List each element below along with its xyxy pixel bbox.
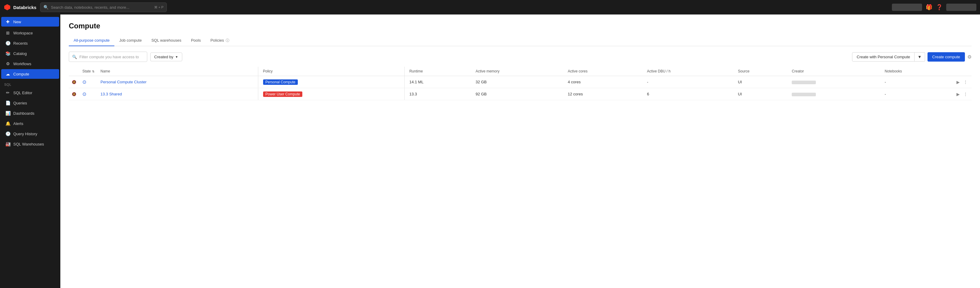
- col-header-policy: Policy: [258, 67, 404, 76]
- create-personal-compute-group: Create with Personal Compute ▼: [852, 52, 925, 62]
- sidebar-item-sql-warehouses[interactable]: 🏭 SQL Warehouses: [1, 139, 59, 149]
- alerts-icon: 🔔: [5, 121, 10, 126]
- policy-cell: Power User Compute: [258, 88, 404, 100]
- running-state-icon: ⊙: [83, 80, 86, 84]
- actions-cell: ▶ ⋮: [953, 88, 972, 100]
- actions-cell: ▶ ⋮: [953, 76, 972, 88]
- cluster-name-link[interactable]: Personal Compute Cluster: [100, 80, 146, 84]
- sidebar-compute-label: Compute: [13, 72, 29, 76]
- user-menu[interactable]: [946, 4, 976, 11]
- filter-label: Created by: [154, 55, 173, 59]
- policy-cell: Personal Compute: [258, 76, 404, 88]
- search-icon: 🔍: [72, 55, 77, 59]
- toolbar: 🔍 Created by ▼ Create with Personal Comp…: [69, 52, 972, 62]
- sidebar-new-button[interactable]: ✚ New: [1, 17, 59, 27]
- name-cell: Personal Compute Cluster: [97, 76, 258, 88]
- queries-icon: 📄: [5, 100, 10, 105]
- page-title: Compute: [69, 22, 972, 30]
- tab-job-compute[interactable]: Job compute: [115, 36, 146, 46]
- policy-badge: Personal Compute: [263, 80, 298, 85]
- sidebar-item-sql-editor[interactable]: ✏ SQL Editor: [1, 88, 59, 97]
- sidebar-item-compute[interactable]: ☁ Compute: [1, 69, 59, 79]
- tab-pools[interactable]: Pools: [186, 36, 206, 46]
- active-memory-cell: 92 GB: [473, 88, 565, 100]
- source-cell: UI: [735, 88, 789, 100]
- sidebar-item-queries[interactable]: 📄 Queries: [1, 98, 59, 108]
- tab-policies[interactable]: Policies ⓘ: [205, 36, 234, 46]
- cluster-name-link[interactable]: 13.3 Shared: [100, 92, 122, 96]
- main-layout: ✚ New ⊞ Workspace 🕐 Recents 📚 Catalog ⚙ …: [0, 14, 980, 288]
- more-actions-icon[interactable]: ⋮: [963, 80, 967, 84]
- active-cores-cell: 4 cores: [565, 76, 644, 88]
- create-personal-compute-button[interactable]: Create with Personal Compute: [852, 52, 915, 62]
- mute-icon[interactable]: 🔕: [72, 92, 76, 96]
- sidebar-item-workflows[interactable]: ⚙ Workflows: [1, 59, 59, 68]
- creator-cell: [789, 88, 881, 100]
- run-icon[interactable]: ▶: [956, 92, 960, 97]
- global-search-bar[interactable]: 🔍 ⌘ + P: [40, 2, 167, 12]
- sidebar-item-alerts[interactable]: 🔔 Alerts: [1, 119, 59, 128]
- dashboards-icon: 📊: [5, 111, 10, 116]
- search-shortcut: ⌘ + P: [154, 5, 164, 10]
- more-actions-icon[interactable]: ⋮: [963, 92, 967, 97]
- recents-icon: 🕐: [5, 41, 10, 46]
- tabs-bar: All-purpose compute Job compute SQL ware…: [69, 36, 972, 46]
- created-by-filter[interactable]: Created by ▼: [150, 53, 182, 61]
- create-personal-compute-dropdown[interactable]: ▼: [915, 52, 925, 62]
- sidebar-item-query-history[interactable]: 🕐 Query History: [1, 129, 59, 138]
- run-icon[interactable]: ▶: [956, 80, 960, 84]
- compute-table: State ⇅ Name Policy Runtime: [69, 67, 972, 100]
- creator-blurred: [792, 81, 816, 84]
- topbar-avatar-placeholder: [892, 4, 922, 11]
- sidebar-sql-warehouses-label: SQL Warehouses: [13, 142, 44, 146]
- compute-search-input[interactable]: [80, 55, 144, 59]
- policies-info-icon[interactable]: ⓘ: [226, 38, 229, 43]
- sidebar-workflows-label: Workflows: [13, 62, 31, 66]
- table-settings-icon[interactable]: ⚙: [967, 54, 972, 60]
- sidebar-dashboards-label: Dashboards: [13, 111, 34, 116]
- sidebar-alerts-label: Alerts: [13, 121, 23, 126]
- sidebar-item-dashboards[interactable]: 📊 Dashboards: [1, 108, 59, 118]
- sidebar-workspace-label: Workspace: [13, 31, 33, 35]
- gift-icon[interactable]: 🎁: [926, 4, 932, 11]
- col-header-actions: [953, 67, 972, 76]
- policy-badge: Power User Compute: [263, 91, 302, 97]
- toolbar-actions: Create with Personal Compute ▼ Create co…: [852, 52, 972, 62]
- table-row: 🔕 ⊙ Personal Compute Cluster Personal Co…: [69, 76, 972, 88]
- source-cell: UI: [735, 76, 789, 88]
- state-cell: ⊙: [80, 76, 97, 88]
- catalog-icon: 📚: [5, 51, 10, 56]
- help-icon[interactable]: ❓: [936, 4, 943, 11]
- sidebar-sql-editor-label: SQL Editor: [13, 91, 32, 95]
- col-header-active-cores: Active cores: [565, 67, 644, 76]
- sidebar: ✚ New ⊞ Workspace 🕐 Recents 📚 Catalog ⚙ …: [0, 14, 60, 288]
- create-compute-button[interactable]: Create compute: [928, 52, 965, 62]
- sidebar-item-recents[interactable]: 🕐 Recents: [1, 38, 59, 48]
- runtime-cell: 14.1 ML: [404, 76, 473, 88]
- sidebar-item-workspace[interactable]: ⊞ Workspace: [1, 28, 59, 38]
- sidebar-item-catalog[interactable]: 📚 Catalog: [1, 49, 59, 58]
- sidebar-catalog-label: Catalog: [13, 51, 27, 56]
- sidebar-new-label: New: [13, 20, 21, 24]
- sql-editor-icon: ✏: [5, 90, 10, 95]
- running-state-icon: ⊙: [83, 91, 86, 97]
- topbar-right: 🎁 ❓: [892, 4, 976, 11]
- tab-all-purpose[interactable]: All-purpose compute: [69, 36, 115, 46]
- workspace-icon: ⊞: [5, 30, 10, 35]
- col-header-source: Source: [735, 67, 789, 76]
- mute-icon[interactable]: 🔕: [72, 80, 76, 84]
- col-header-mute: [69, 67, 80, 76]
- name-cell: 13.3 Shared: [97, 88, 258, 100]
- query-history-icon: 🕐: [5, 131, 10, 136]
- plus-icon: ✚: [5, 19, 10, 24]
- active-dbu-cell: -: [644, 76, 735, 88]
- compute-search-bar[interactable]: 🔍: [69, 52, 147, 62]
- compute-icon: ☁: [5, 72, 10, 76]
- global-search-input[interactable]: [51, 5, 152, 10]
- col-header-state[interactable]: State ⇅: [80, 67, 97, 76]
- sql-section-label: SQL: [0, 79, 60, 88]
- chevron-down-icon: ▼: [175, 55, 178, 59]
- col-header-active-dbu: Active DBU / h: [644, 67, 735, 76]
- mute-cell: 🔕: [69, 76, 80, 88]
- tab-sql-warehouses[interactable]: SQL warehouses: [146, 36, 186, 46]
